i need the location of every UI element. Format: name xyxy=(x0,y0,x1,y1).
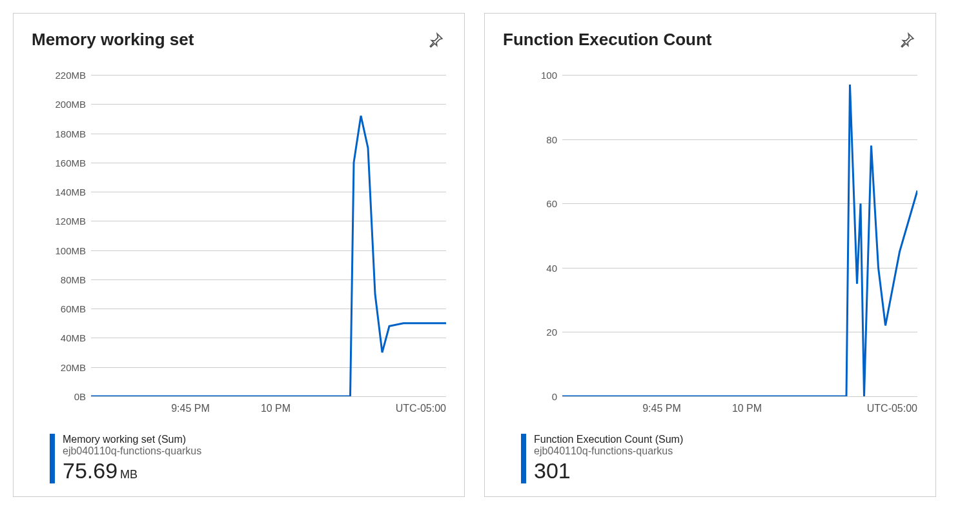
legend-resource-name: ejb040110q-functions-quarkus xyxy=(63,445,201,457)
x-axis-ticks: UTC-05:00 9:45 PM10 PM xyxy=(562,399,917,422)
y-tick-label: 20MB xyxy=(61,361,86,372)
card-title: Function Execution Count xyxy=(503,30,712,50)
card-header: Memory working set xyxy=(32,30,446,50)
y-tick-label: 100 xyxy=(541,70,557,81)
gridline xyxy=(562,396,917,397)
y-tick-label: 200MB xyxy=(55,99,86,110)
x-tick-label: 10 PM xyxy=(261,403,291,414)
y-tick-label: 120MB xyxy=(55,216,86,227)
y-tick-label: 80MB xyxy=(61,274,86,285)
legend-series-name: Memory working set (Sum) xyxy=(63,434,201,445)
y-axis-ticks: 0B20MB40MB60MB80MB100MB120MB140MB160MB18… xyxy=(45,75,91,396)
x-tick-label: 9:45 PM xyxy=(171,403,210,414)
y-tick-label: 40 xyxy=(546,262,557,273)
y-tick-label: 80 xyxy=(546,134,557,145)
legend-value-number: 75.69 xyxy=(63,458,117,483)
timezone-label: UTC-05:00 xyxy=(396,403,446,414)
legend-color-bar xyxy=(521,434,526,483)
y-tick-label: 60 xyxy=(546,198,557,209)
y-tick-label: 160MB xyxy=(55,157,86,168)
gridline xyxy=(91,396,446,397)
legend-value: 301 xyxy=(534,458,683,483)
y-tick-label: 20 xyxy=(546,327,557,338)
data-line xyxy=(91,75,446,396)
data-line xyxy=(562,75,917,396)
y-tick-label: 100MB xyxy=(55,245,86,256)
y-tick-label: 220MB xyxy=(55,70,86,81)
pin-icon[interactable] xyxy=(897,30,917,50)
legend-text: Memory working set (Sum) ejb040110q-func… xyxy=(63,434,201,483)
legend-value-number: 301 xyxy=(534,458,571,483)
chart-card-exec-count: Function Execution Count 020406080100 UT… xyxy=(484,13,936,497)
legend-text: Function Execution Count (Sum) ejb040110… xyxy=(534,434,683,483)
card-header: Function Execution Count xyxy=(503,30,917,50)
legend: Memory working set (Sum) ejb040110q-func… xyxy=(50,434,446,483)
chart-plot-area: 0B20MB40MB60MB80MB100MB120MB140MB160MB18… xyxy=(45,75,446,422)
x-tick-label: 9:45 PM xyxy=(642,403,681,414)
y-tick-label: 60MB xyxy=(61,303,86,314)
legend-series-name: Function Execution Count (Sum) xyxy=(534,434,683,445)
y-tick-label: 40MB xyxy=(61,332,86,343)
chart-plot-area: 020406080100 UTC-05:00 9:45 PM10 PM xyxy=(516,75,917,422)
legend-value-unit: MB xyxy=(120,468,138,481)
legend-color-bar xyxy=(50,434,55,483)
x-tick-label: 10 PM xyxy=(732,403,762,414)
y-tick-label: 180MB xyxy=(55,128,86,139)
y-axis-ticks: 020406080100 xyxy=(516,75,562,396)
y-tick-label: 140MB xyxy=(55,187,86,198)
pin-icon[interactable] xyxy=(425,30,446,50)
x-axis-ticks: UTC-05:00 9:45 PM10 PM xyxy=(91,399,446,422)
chart-card-memory: Memory working set 0B20MB40MB60MB80MB100… xyxy=(13,13,465,497)
timezone-label: UTC-05:00 xyxy=(867,403,917,414)
legend-resource-name: ejb040110q-functions-quarkus xyxy=(534,445,683,457)
y-tick-label: 0B xyxy=(74,391,86,402)
card-title: Memory working set xyxy=(32,30,194,50)
legend-value: 75.69MB xyxy=(63,458,201,483)
legend: Function Execution Count (Sum) ejb040110… xyxy=(521,434,917,483)
y-tick-label: 0 xyxy=(552,391,557,402)
